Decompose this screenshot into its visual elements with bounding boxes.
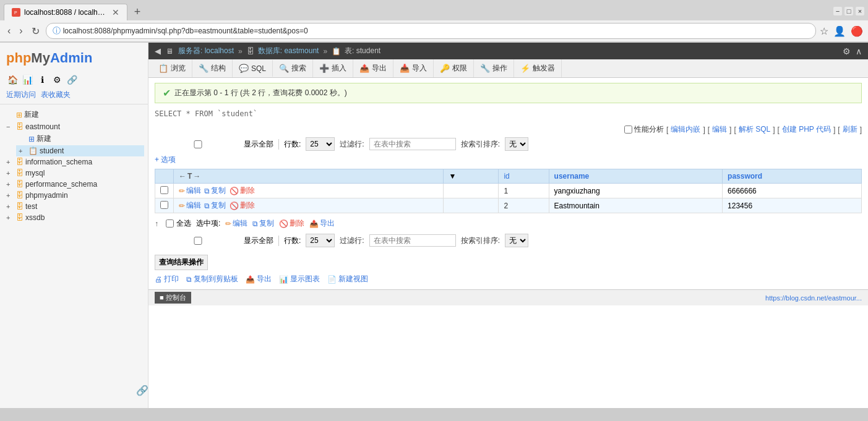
scroll-up-icon[interactable]: ↑ <box>155 219 158 228</box>
bookmark-button[interactable]: ☆ <box>820 25 828 37</box>
chart-link[interactable]: 📊 显示图表 <box>279 274 320 284</box>
sidebar-item-phpmyadmin[interactable]: + 🗄 phpmyadmin <box>4 190 144 201</box>
chart-label: 显示图表 <box>290 274 320 284</box>
tab-insert[interactable]: ➕ 插入 <box>313 59 353 77</box>
expand-options-link[interactable]: + 选项 <box>155 155 862 165</box>
export-results-link[interactable]: 📤 导出 <box>246 274 272 284</box>
rows-select-bottom[interactable]: 2550100 <box>306 234 335 247</box>
favorites-link[interactable]: 表收藏夹 <box>41 90 71 100</box>
app-container: phpMyAdmin 🏠 📊 ℹ ⚙ 🔗 近期访问 表收藏夹 ⊞ 新建 − 🗄 <box>0 43 868 408</box>
tab-operations[interactable]: 🔧 操作 <box>474 59 514 77</box>
home-icon[interactable]: 🏠 <box>6 74 19 86</box>
sidebar-new-db-button[interactable]: ⊞ 新建 <box>4 108 144 121</box>
copy-clipboard-link[interactable]: ⧉ 复制到剪贴板 <box>186 274 238 284</box>
delete-row-0-link[interactable]: 🚫 删除 <box>230 185 255 196</box>
edit-row-0-link[interactable]: ✏ 编辑 <box>179 185 201 196</box>
col-nav-down-icon[interactable]: T <box>187 172 192 181</box>
collapse-sidebar-icon[interactable]: ◀ <box>155 46 161 56</box>
extensions-button[interactable]: 🔴 <box>851 25 863 37</box>
header-id[interactable]: id <box>499 169 549 184</box>
filter-input-bottom[interactable] <box>369 234 456 247</box>
bottom-export-link[interactable]: 📤 导出 <box>309 218 335 229</box>
col-nav-left-icon[interactable]: ← <box>179 172 186 181</box>
copy-row-1-link[interactable]: ⧉ 复制 <box>204 200 226 211</box>
tab-sql[interactable]: 💬 SQL <box>233 60 273 77</box>
tab-privileges[interactable]: 🔑 权限 <box>434 59 474 77</box>
refresh-button[interactable]: ↻ <box>29 24 42 38</box>
url-bar[interactable]: ⓘ localhost:8088/phpmyadmin/sql.php?db=e… <box>46 23 816 39</box>
explain-sql-link[interactable]: 解析 SQL <box>739 124 770 135</box>
maximize-button[interactable]: □ <box>844 7 853 15</box>
print-link[interactable]: 🖨 打印 <box>155 274 179 284</box>
sidebar-item-mysql[interactable]: + 🗄 mysql <box>4 168 144 179</box>
minimize-button[interactable]: − <box>833 7 842 15</box>
sidebar-item-test[interactable]: + 🗄 test <box>4 201 144 212</box>
back-button[interactable]: ‹ <box>5 24 13 38</box>
create-php-link[interactable]: 创建 PHP 代码 <box>782 124 831 135</box>
row-checkbox-0[interactable] <box>160 186 168 194</box>
header-password[interactable]: password <box>723 169 862 184</box>
row-0-sort <box>444 184 499 198</box>
status-bar-link[interactable]: https://blog.csdn.net/eastmour... <box>765 294 862 302</box>
tab-browse[interactable]: 📋 浏览 <box>152 59 192 77</box>
sidebar-item-information-schema[interactable]: + 🗄 information_schema <box>4 156 144 168</box>
new-tab-button[interactable]: + <box>130 5 145 20</box>
bottom-delete-link[interactable]: 🚫 删除 <box>279 218 304 229</box>
sort-select-bottom[interactable]: 无 <box>505 234 528 247</box>
sort-down-icon[interactable]: ▼ <box>449 172 456 181</box>
bottom-copy-link[interactable]: ⧉ 复制 <box>252 218 274 229</box>
show-all-top-checkbox[interactable] <box>155 140 241 148</box>
tab-import[interactable]: 📥 导入 <box>393 59 434 77</box>
alert-message: 正在显示第 0 - 1 行 (共 2 行，查询花费 0.0002 秒。) <box>174 88 347 98</box>
copy-row-0-link[interactable]: ⧉ 复制 <box>204 185 226 196</box>
tab-export[interactable]: 📤 导出 <box>353 59 393 77</box>
show-all-bottom-label[interactable]: 显示全部 <box>155 236 273 246</box>
success-alert: ✔ 正在显示第 0 - 1 行 (共 2 行，查询花费 0.0002 秒。) <box>155 83 862 103</box>
new-view-link[interactable]: 📄 新建视图 <box>327 274 368 284</box>
tab-structure[interactable]: 🔧 结构 <box>192 59 233 77</box>
show-all-top-label[interactable]: 显示全部 <box>155 139 273 150</box>
profiling-checkbox-label[interactable]: 性能分析 <box>624 124 664 135</box>
sidebar-item-new-table[interactable]: ⊞ 新建 <box>16 132 144 145</box>
active-tab[interactable]: P localhost:8088 / localhost / ea ✕ <box>4 4 127 20</box>
refresh-link[interactable]: 刷新 <box>843 124 857 135</box>
sort-select-top[interactable]: 无 <box>505 137 528 151</box>
tab-close-button[interactable]: ✕ <box>112 7 119 17</box>
profiling-checkbox[interactable] <box>624 125 632 134</box>
edit-inline-link[interactable]: 编辑内嵌 <box>671 124 700 135</box>
info-icon[interactable]: ℹ <box>36 74 48 86</box>
success-icon: ✔ <box>163 87 171 99</box>
select-all-checkbox[interactable] <box>166 219 174 228</box>
forward-button[interactable]: › <box>17 24 25 38</box>
db-icon[interactable]: 📊 <box>21 74 33 86</box>
sidebar-item-eastmount[interactable]: − 🗄 eastmount <box>4 121 144 132</box>
mysql-label: mysql <box>25 169 45 177</box>
breadcrumb-settings-btn[interactable]: ⚙ <box>843 46 851 56</box>
breadcrumb-collapse-btn[interactable]: ∧ <box>856 46 862 56</box>
edit-row-1-link[interactable]: ✏ 编辑 <box>179 200 201 211</box>
rows-select-top[interactable]: 2550100 <box>306 137 335 151</box>
sidebar-item-performance-schema[interactable]: + 🗄 performance_schema <box>4 179 144 190</box>
settings-icon[interactable]: ⚙ <box>51 74 63 86</box>
close-window-button[interactable]: × <box>856 7 864 15</box>
tab-search[interactable]: 🔍 搜索 <box>273 59 313 77</box>
link-icon[interactable]: 🔗 <box>66 74 78 86</box>
edit-link[interactable]: 编辑 <box>712 124 727 135</box>
sidebar-item-xssdb[interactable]: + 🗄 xssdb <box>4 212 144 223</box>
bottom-edit-link[interactable]: ✏ 编辑 <box>225 218 247 229</box>
console-button[interactable]: ■ 控制台 <box>155 292 191 304</box>
tab-triggers[interactable]: ⚡ 触发器 <box>514 59 562 77</box>
sidebar-item-student[interactable]: + 📋 student <box>16 145 144 156</box>
filter-input-top[interactable] <box>369 138 456 150</box>
select-all-label[interactable]: 全选 <box>166 218 191 229</box>
test-toggle: + <box>6 203 16 210</box>
db-breadcrumb-link[interactable]: 数据库: eastmount <box>258 46 319 56</box>
row-checkbox-1[interactable] <box>160 201 168 209</box>
server-breadcrumb-link[interactable]: 服务器: localhost <box>178 46 234 56</box>
header-username[interactable]: username <box>549 169 723 184</box>
profile-button[interactable]: 👤 <box>833 25 846 37</box>
show-all-bottom-checkbox[interactable] <box>155 237 241 245</box>
delete-row-1-link[interactable]: 🚫 删除 <box>230 200 255 211</box>
recent-link[interactable]: 近期访问 <box>6 90 36 100</box>
col-nav-right-icon[interactable]: → <box>193 172 200 181</box>
